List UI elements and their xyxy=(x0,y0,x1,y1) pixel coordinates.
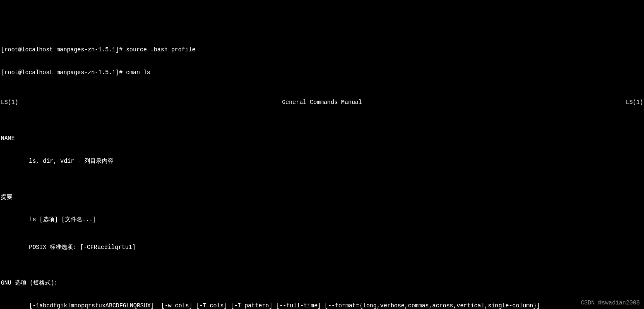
man-header-center: General Commands Manual xyxy=(18,99,626,106)
man-header: LS(1) General Commands Manual LS(1) xyxy=(1,99,643,106)
man-header-right: LS(1) xyxy=(626,99,643,106)
shell-prompt-1: [root@localhost manpages-zh-1.5.1]# sour… xyxy=(1,46,643,53)
synopsis-line-2: POSIX 标准选项: [-CFRacdilqrtu1] xyxy=(1,244,643,251)
terminal-output[interactable]: [root@localhost manpages-zh-1.5.1]# sour… xyxy=(1,31,643,309)
gnu-line-1: [-1abcdfgiklmnopqrstuxABCDFGLNQRSUX] [-w… xyxy=(1,302,643,309)
watermark: CSDN @swadian2008 xyxy=(581,299,640,307)
section-gnu-heading: GNU 选项 (短格式): xyxy=(1,279,643,287)
man-header-left: LS(1) xyxy=(1,99,18,106)
synopsis-line-1: ls [选项] [文件名...] xyxy=(1,216,643,223)
section-name-content: ls, dir, vdir - 列目录内容 xyxy=(1,157,643,165)
section-synopsis-heading: 提要 xyxy=(1,193,643,201)
section-name-heading: NAME xyxy=(1,135,643,142)
shell-prompt-2: [root@localhost manpages-zh-1.5.1]# cman… xyxy=(1,69,643,76)
